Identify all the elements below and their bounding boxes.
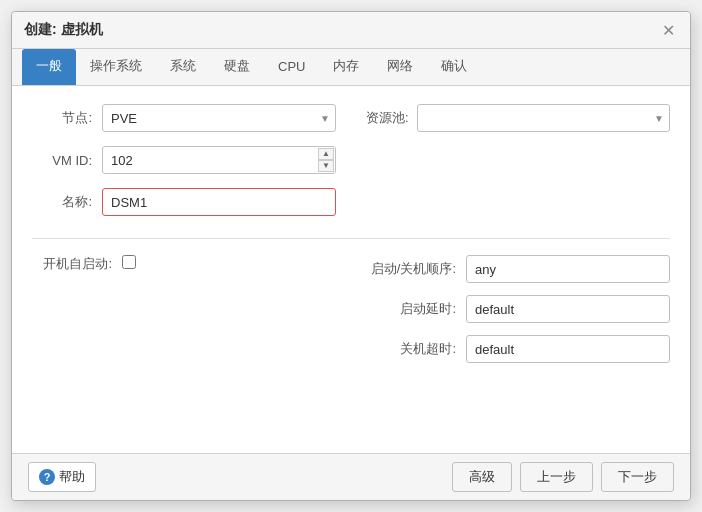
- footer-right: 高级 上一步 下一步: [452, 462, 674, 492]
- name-input[interactable]: [102, 188, 336, 216]
- tab-confirm[interactable]: 确认: [427, 49, 481, 85]
- dialog-body: 节点: PVE ▼ VM ID:: [12, 86, 690, 453]
- help-label: 帮助: [59, 468, 85, 486]
- shutdown-timeout-row: 关机超时:: [366, 335, 670, 363]
- footer-left: ? 帮助: [28, 462, 96, 492]
- startup-section: 开机自启动: 启动/关机顺序: 启动延时: 关机超时:: [32, 255, 670, 375]
- tab-system[interactable]: 系统: [156, 49, 210, 85]
- close-button[interactable]: ✕: [658, 20, 678, 40]
- startup-delay-label: 启动延时:: [366, 300, 456, 318]
- tab-bar: 一般 操作系统 系统 硬盘 CPU 内存 网络 确认: [12, 49, 690, 86]
- startup-order-input[interactable]: [466, 255, 670, 283]
- node-control: PVE ▼: [102, 104, 336, 132]
- startup-checkbox-wrapper: [122, 255, 136, 269]
- resource-select[interactable]: [417, 104, 670, 132]
- back-button[interactable]: 上一步: [520, 462, 593, 492]
- tab-cpu[interactable]: CPU: [264, 51, 319, 84]
- startup-left: 开机自启动:: [32, 255, 336, 375]
- node-row: 节点: PVE ▼: [32, 104, 336, 132]
- section-divider: [32, 238, 670, 239]
- help-button[interactable]: ? 帮助: [28, 462, 96, 492]
- startup-delay-row: 启动延时:: [366, 295, 670, 323]
- advanced-button[interactable]: 高级: [452, 462, 512, 492]
- vmid-control: ▲ ▼: [102, 146, 336, 174]
- name-control: [102, 188, 336, 216]
- vmid-label: VM ID:: [32, 153, 92, 168]
- startup-checkbox[interactable]: [122, 255, 136, 269]
- tab-memory[interactable]: 内存: [319, 49, 373, 85]
- main-form-section: 节点: PVE ▼ VM ID:: [32, 104, 670, 230]
- tab-network[interactable]: 网络: [373, 49, 427, 85]
- node-label: 节点:: [32, 109, 92, 127]
- tab-general[interactable]: 一般: [22, 49, 76, 85]
- help-icon: ?: [39, 469, 55, 485]
- startup-label: 开机自启动:: [32, 255, 112, 273]
- form-left: 节点: PVE ▼ VM ID:: [32, 104, 336, 230]
- startup-right: 启动/关机顺序: 启动延时: 关机超时:: [366, 255, 670, 375]
- tab-os[interactable]: 操作系统: [76, 49, 156, 85]
- next-button[interactable]: 下一步: [601, 462, 674, 492]
- dialog-footer: ? 帮助 高级 上一步 下一步: [12, 453, 690, 500]
- node-select[interactable]: PVE: [102, 104, 336, 132]
- shutdown-timeout-input[interactable]: [466, 335, 670, 363]
- vmid-spin-up[interactable]: ▲: [318, 148, 334, 160]
- dialog-title: 创建: 虚拟机: [24, 21, 103, 39]
- shutdown-timeout-label: 关机超时:: [366, 340, 456, 358]
- startup-order-row: 启动/关机顺序:: [366, 255, 670, 283]
- dialog-header: 创建: 虚拟机 ✕: [12, 12, 690, 49]
- name-label: 名称:: [32, 193, 92, 211]
- vmid-number-wrapper: ▲ ▼: [102, 146, 336, 174]
- create-vm-dialog: 创建: 虚拟机 ✕ 一般 操作系统 系统 硬盘 CPU 内存 网络 确认 节点:…: [11, 11, 691, 501]
- vmid-spinners: ▲ ▼: [318, 148, 334, 172]
- node-select-wrapper: PVE ▼: [102, 104, 336, 132]
- vmid-spin-down[interactable]: ▼: [318, 160, 334, 172]
- resource-label: 资源池:: [366, 109, 409, 127]
- form-right: 资源池: ▼: [366, 104, 670, 230]
- vmid-row: VM ID: ▲ ▼: [32, 146, 336, 174]
- startup-order-label: 启动/关机顺序:: [366, 260, 456, 278]
- tab-disk[interactable]: 硬盘: [210, 49, 264, 85]
- vmid-input[interactable]: [102, 146, 336, 174]
- name-row: 名称:: [32, 188, 336, 216]
- resource-row: 资源池: ▼: [366, 104, 670, 132]
- startup-delay-input[interactable]: [466, 295, 670, 323]
